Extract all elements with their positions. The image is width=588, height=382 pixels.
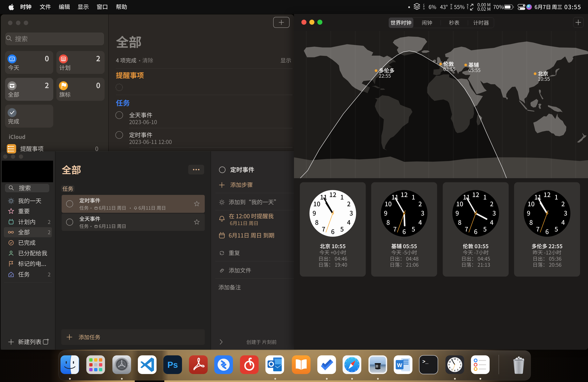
svg-text:7: 7 [11,58,13,61]
